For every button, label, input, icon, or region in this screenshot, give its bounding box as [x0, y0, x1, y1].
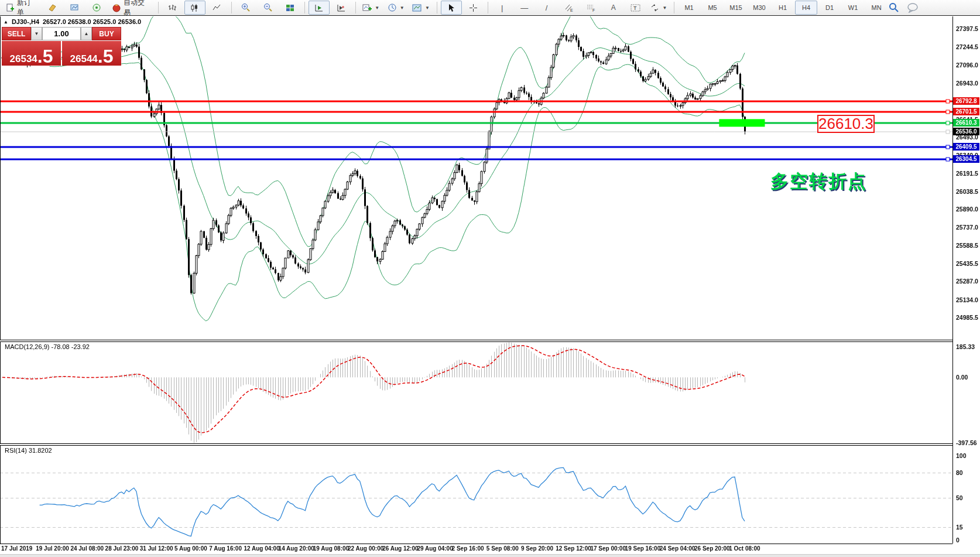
- trendline-button[interactable]: /: [536, 1, 557, 15]
- separator: [437, 2, 437, 13]
- new-order-button[interactable]: 新订单: [2, 1, 41, 15]
- autoscroll-button[interactable]: [309, 1, 330, 15]
- chart-left-border: [0, 16, 1, 544]
- sell-price-main: 26534: [10, 54, 37, 64]
- mt4-window: 新订单 自动交易 ▼ ▼ ▼ | — / E F A T ▼: [0, 0, 980, 557]
- line-chart-button[interactable]: [207, 1, 228, 15]
- sell-price-button[interactable]: 26534 .5: [2, 41, 61, 66]
- macd-label: MACD(12,26,9) -78.08 -23.92: [5, 343, 90, 350]
- cursor-icon: [447, 4, 455, 12]
- label-icon: T: [631, 4, 640, 12]
- timeframe-mn-button[interactable]: MN: [865, 1, 888, 15]
- horizontal-line-icon: —: [520, 4, 528, 12]
- periods-button[interactable]: ▼: [384, 1, 407, 15]
- timeframe-h1-button[interactable]: H1: [772, 1, 794, 15]
- candlestick-button[interactable]: [184, 1, 205, 15]
- tile-windows-icon: [286, 4, 294, 12]
- autotrading-icon: [112, 4, 121, 12]
- tile-windows-button[interactable]: [280, 1, 301, 15]
- new-order-icon: [6, 4, 15, 12]
- zoom-out-button[interactable]: [258, 1, 279, 15]
- price-level-box[interactable]: 26610.3: [817, 115, 875, 133]
- volume-input[interactable]: [42, 27, 81, 40]
- rsi-label: RSI(14) 31.8202: [5, 447, 52, 454]
- channel-icon: E: [564, 4, 574, 12]
- pane-divider[interactable]: [0, 443, 980, 446]
- chart-shift-icon: [337, 4, 346, 12]
- separator: [674, 2, 674, 13]
- zoom-in-button[interactable]: [235, 1, 256, 15]
- volume-decrease-button[interactable]: ▼: [31, 27, 42, 40]
- channel-button[interactable]: E: [558, 1, 580, 15]
- layouts-button[interactable]: [42, 1, 63, 15]
- crosshair-button[interactable]: [463, 1, 484, 15]
- autotrading-label: 自动交易: [124, 0, 151, 18]
- svg-text:T: T: [633, 5, 637, 11]
- chart-shift-button[interactable]: [331, 1, 352, 15]
- cursor-button[interactable]: [441, 1, 462, 15]
- arrows-button[interactable]: ▼: [647, 1, 670, 15]
- buy-button[interactable]: BUY: [92, 27, 121, 40]
- chart-header: ▲ DJ30-,H4 26527.0 26538.0 26525.0 26536…: [4, 18, 141, 25]
- market-watch-button[interactable]: [64, 1, 85, 15]
- caret-down-icon: ▼: [425, 5, 430, 11]
- zoom-out-icon: [263, 3, 273, 12]
- svg-text:E: E: [570, 8, 573, 12]
- search-icon[interactable]: [889, 2, 899, 13]
- time-axis[interactable]: [0, 544, 952, 554]
- crosshair-icon: [469, 4, 478, 12]
- clock-icon: [388, 3, 397, 12]
- timeframe-m15-button[interactable]: M15: [725, 1, 747, 15]
- toolbar: 新订单 自动交易 ▼ ▼ ▼ | — / E F A T ▼: [0, 0, 980, 16]
- templates-button[interactable]: ▼: [409, 1, 433, 15]
- chat-icon[interactable]: [907, 2, 919, 13]
- label-button[interactable]: T: [625, 1, 646, 15]
- volume-increase-button[interactable]: ▲: [81, 27, 92, 40]
- trendline-icon: /: [546, 4, 548, 12]
- timeframe-m1-button[interactable]: M1: [678, 1, 700, 15]
- bar-chart-icon: [168, 4, 177, 12]
- timeframe-m30-button[interactable]: M30: [748, 1, 770, 15]
- separator: [488, 2, 488, 13]
- fibonacci-icon: F: [587, 4, 596, 12]
- new-order-label: 新订单: [17, 0, 37, 18]
- rsi-pane-canvas[interactable]: [0, 446, 952, 544]
- caret-down-icon: ▼: [375, 5, 379, 11]
- timeframe-h4-button[interactable]: H4: [795, 1, 817, 15]
- candlestick-icon: [190, 4, 199, 12]
- signals-icon: [92, 4, 101, 12]
- fibonacci-button[interactable]: F: [581, 1, 602, 15]
- indicators-button[interactable]: ▼: [359, 1, 383, 15]
- separator: [304, 2, 305, 13]
- autoscroll-icon: [314, 4, 324, 12]
- line-chart-icon: [213, 4, 221, 12]
- timeframe-w1-button[interactable]: W1: [842, 1, 864, 15]
- buy-price-frac: .5: [98, 49, 114, 64]
- separator: [355, 2, 356, 13]
- vertical-line-button[interactable]: |: [492, 1, 513, 15]
- separator: [231, 2, 232, 13]
- timeframe-d1-button[interactable]: D1: [818, 1, 841, 15]
- layouts-icon: [48, 4, 57, 12]
- collapse-panel-icon[interactable]: ▲: [4, 19, 8, 25]
- buy-price-button[interactable]: 26544 .5: [62, 41, 121, 66]
- one-click-trading-panel: SELL ▼ ▲ BUY 26534 .5 26544 .5: [2, 27, 121, 66]
- signals-button[interactable]: [87, 1, 108, 15]
- status-bar: [0, 554, 980, 557]
- pane-divider[interactable]: [0, 340, 980, 342]
- bar-chart-button[interactable]: [162, 1, 183, 15]
- pivot-note-text[interactable]: 多空转折点: [770, 169, 867, 194]
- text-button[interactable]: A: [603, 1, 624, 15]
- autotrading-button[interactable]: 自动交易: [109, 1, 155, 15]
- zoom-in-icon: [241, 3, 251, 12]
- caret-down-icon: ▼: [400, 5, 405, 11]
- market-watch-icon: [70, 4, 79, 12]
- horizontal-line-button[interactable]: —: [514, 1, 535, 15]
- sell-button[interactable]: SELL: [2, 27, 31, 40]
- price-axis[interactable]: [952, 16, 980, 544]
- templates-icon: [412, 4, 422, 12]
- timeframe-m5-button[interactable]: M5: [701, 1, 724, 15]
- macd-pane-canvas[interactable]: [0, 342, 952, 443]
- vertical-line-icon: |: [501, 4, 503, 12]
- text-icon: A: [611, 4, 616, 11]
